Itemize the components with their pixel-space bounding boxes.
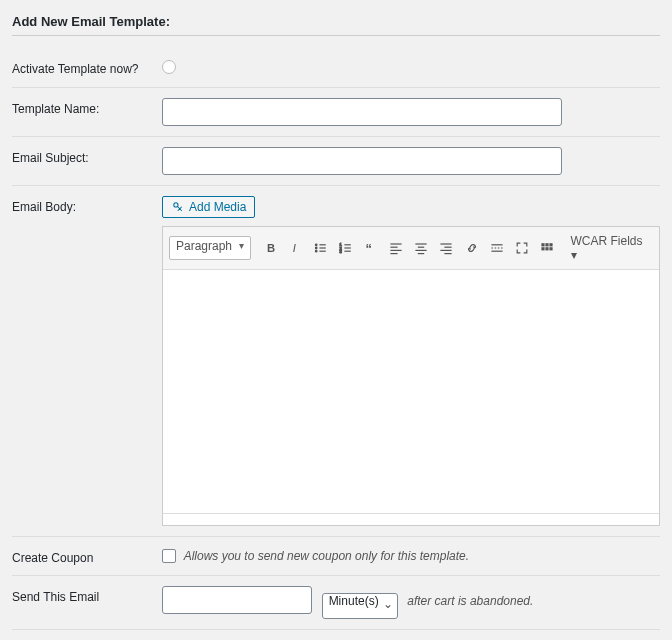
after-cart-text: after cart is abandoned. — [407, 594, 533, 608]
label-activate: Activate Template now? — [12, 58, 162, 76]
bold-button[interactable]: B — [259, 236, 282, 260]
label-template-name: Template Name: — [12, 98, 162, 116]
editor-toolbar: Paragraph B I 123 “ WCAR Fields ▾ — [163, 227, 659, 270]
label-email-subject: Email Subject: — [12, 147, 162, 165]
svg-rect-36 — [549, 247, 552, 250]
bullet-list-button[interactable] — [309, 236, 332, 260]
row-send-test: Send Test Email To: Send a test email — [12, 630, 660, 641]
add-media-button[interactable]: Add Media — [162, 196, 255, 218]
svg-text:“: “ — [365, 241, 371, 256]
row-create-coupon: Create Coupon Allows you to send new cou… — [12, 537, 660, 576]
label-create-coupon: Create Coupon — [12, 547, 162, 565]
row-send-this-email: Send This Email Minute(s) after cart is … — [12, 576, 660, 630]
add-media-label: Add Media — [189, 200, 246, 214]
svg-text:B: B — [267, 242, 275, 254]
row-email-body: Email Body: Add Media Paragraph B I 123 … — [12, 186, 660, 537]
editor-footer — [163, 513, 659, 525]
row-activate: Activate Template now? — [12, 48, 660, 88]
svg-point-7 — [315, 250, 317, 252]
media-icon — [171, 200, 185, 214]
email-body-editor[interactable] — [163, 270, 659, 510]
page-title: Add New Email Template: — [12, 10, 660, 36]
activate-toggle[interactable] — [162, 60, 176, 74]
svg-rect-32 — [545, 243, 548, 246]
svg-point-5 — [315, 247, 317, 249]
svg-text:I: I — [293, 242, 296, 254]
create-coupon-checkbox[interactable] — [162, 549, 176, 563]
svg-rect-34 — [541, 247, 544, 250]
svg-point-3 — [315, 244, 317, 246]
align-center-button[interactable] — [410, 236, 433, 260]
svg-rect-35 — [545, 247, 548, 250]
svg-text:3: 3 — [340, 249, 343, 254]
svg-rect-33 — [549, 243, 552, 246]
email-subject-input[interactable] — [162, 147, 562, 175]
time-unit-select[interactable]: Minute(s) — [322, 593, 398, 619]
label-email-body: Email Body: — [12, 196, 162, 214]
row-template-name: Template Name: — [12, 88, 660, 137]
label-send-this-email: Send This Email — [12, 586, 162, 604]
italic-button[interactable]: I — [284, 236, 307, 260]
readmore-button[interactable] — [485, 236, 508, 260]
toolbar-toggle-button[interactable] — [535, 236, 558, 260]
align-left-button[interactable] — [385, 236, 408, 260]
row-email-subject: Email Subject: — [12, 137, 660, 186]
svg-point-0 — [174, 203, 178, 207]
svg-rect-31 — [541, 243, 544, 246]
format-dropdown[interactable]: Paragraph — [169, 236, 251, 260]
create-coupon-help: Allows you to send new coupon only for t… — [184, 549, 470, 563]
blockquote-button[interactable]: “ — [360, 236, 383, 260]
number-list-button[interactable]: 123 — [334, 236, 357, 260]
link-button[interactable] — [460, 236, 483, 260]
editor-container: Paragraph B I 123 “ WCAR Fields ▾ — [162, 226, 660, 526]
template-name-input[interactable] — [162, 98, 562, 126]
align-right-button[interactable] — [435, 236, 458, 260]
wcar-fields-dropdown[interactable]: WCAR Fields ▾ — [567, 232, 653, 264]
delay-number-input[interactable] — [162, 586, 312, 614]
fullscreen-button[interactable] — [510, 236, 533, 260]
